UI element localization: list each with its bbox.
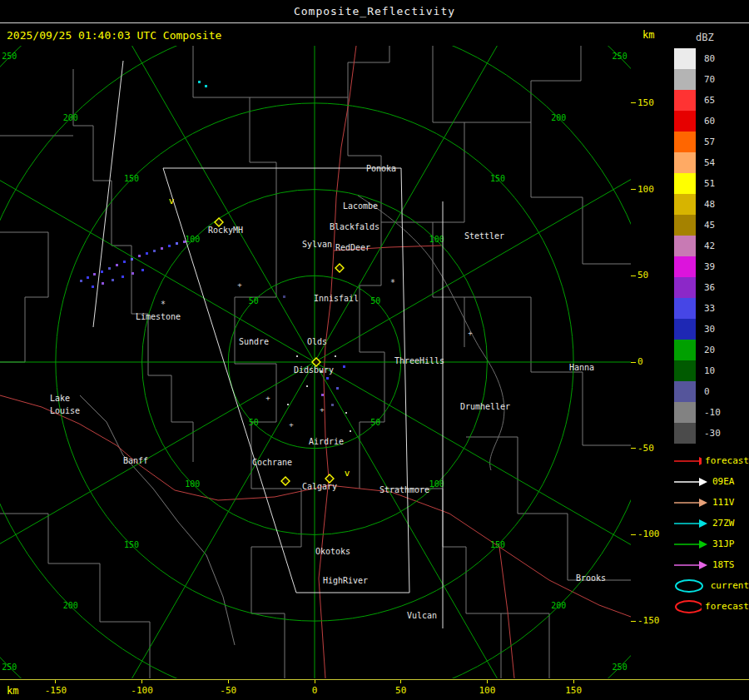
colorbar-entry: 0 <box>667 381 749 402</box>
colorbar-swatch <box>674 340 696 360</box>
range-label: 250 <box>2 52 17 61</box>
right-axis-tick <box>631 534 636 535</box>
radar-echo <box>112 279 114 281</box>
colorbar-entry: 33 <box>667 298 749 319</box>
city-label: Olds <box>307 337 327 346</box>
colorbar-entry: 36 <box>667 277 749 298</box>
scan-sector-edge <box>93 61 123 327</box>
colorbar-entry: 10 <box>667 360 749 381</box>
range-label: 250 <box>2 663 17 672</box>
window-title: Composite_Reflectivity <box>294 5 455 17</box>
colorbar-entry: 54 <box>667 152 749 173</box>
city-label: RedDeer <box>335 243 370 252</box>
colorbar-swatch <box>674 277 696 298</box>
colorbar-value: 20 <box>704 340 715 360</box>
timestamp-label: 2025/09/25 01:40:03 UTC Composite <box>7 29 221 42</box>
radar-echo <box>183 241 186 243</box>
colorbar-swatch <box>674 152 696 173</box>
colorbar-scale: 807065605754514845423936333020100-10-30 <box>667 48 749 444</box>
colorbar-value: 57 <box>704 132 715 152</box>
colorbar-swatch <box>674 215 696 236</box>
city-label: Vulcan <box>407 611 437 620</box>
colorbar-swatch <box>674 90 696 111</box>
colorbar-swatch <box>674 69 696 90</box>
right-axis-tick-label: -50 <box>637 443 654 454</box>
radar-echo <box>198 81 201 83</box>
bottom-axis-tick <box>141 680 142 683</box>
city-label: Brooks <box>576 573 606 583</box>
right-axis: 150100500-50-100-150 <box>631 46 667 678</box>
plus-marker-icon: + <box>289 420 294 429</box>
radar-echo <box>336 387 339 390</box>
reflectivity-echoes <box>80 81 351 432</box>
right-axis-tick-label: 100 <box>637 184 654 195</box>
range-label: 100 <box>185 235 200 244</box>
radar-echo <box>205 85 207 87</box>
radar-echo <box>176 242 178 245</box>
radar-echo <box>161 247 163 250</box>
range-label: 150 <box>124 174 139 183</box>
legend-arrow-icon <box>671 558 709 573</box>
radar-map[interactable]: 5010015020025050100150200250501001502002… <box>0 46 631 678</box>
city-label: RockyMH <box>208 226 243 235</box>
ellipse-outline <box>676 601 702 613</box>
legend-item: 09EA <box>671 471 749 492</box>
bottom-axis-tick <box>487 680 488 683</box>
right-axis-tick <box>631 448 636 449</box>
legend-arrow-icon <box>671 516 709 531</box>
colorbar-entry: 45 <box>667 215 749 236</box>
city-label: Banff <box>123 456 148 465</box>
colorbar-swatch <box>674 173 696 194</box>
map-dot <box>335 355 336 357</box>
colorbar-swatch <box>674 360 696 381</box>
boundary-line <box>235 222 276 489</box>
legend-label: forecast <box>705 601 749 612</box>
right-axis-tick <box>631 276 636 276</box>
asterisk-marker-icon: * <box>390 278 395 287</box>
colorbar-entry: 65 <box>667 90 749 111</box>
colorbar-value: 10 <box>704 360 715 381</box>
colorbar-entry: 80 <box>667 48 749 69</box>
bottom-axis-tick-label: -150 <box>39 685 72 696</box>
right-axis-tick-label: 50 <box>637 270 648 280</box>
wind-arrow-icon: v <box>169 196 175 206</box>
range-label: 100 <box>429 479 444 489</box>
range-label: 200 <box>63 601 78 610</box>
city-label: Airdrie <box>309 437 344 446</box>
city-label: Stettler <box>464 231 504 241</box>
map-dot <box>306 385 308 387</box>
bottom-axis-tick-label: 150 <box>557 685 590 696</box>
colorbar-entry: 39 <box>667 256 749 277</box>
plus-marker-icon: + <box>265 394 270 402</box>
radar-echo <box>122 276 124 278</box>
colorbar-entry: 30 <box>667 319 749 340</box>
city-label: Didsbury <box>294 365 334 375</box>
colorbar-entry: 20 <box>667 340 749 360</box>
colorbar-value: 60 <box>704 111 715 132</box>
right-axis-tick-label: 0 <box>637 356 643 367</box>
legend-label: 18TS <box>712 559 735 570</box>
boundary-line <box>501 613 549 678</box>
bottom-axis: km -150-100-50050100150 <box>0 679 749 700</box>
bottom-axis-tick <box>228 680 229 683</box>
legend-ellipse-icon <box>671 578 707 593</box>
colorbar-entry: 42 <box>667 236 749 256</box>
bottom-axis-unit-label: km <box>7 685 18 697</box>
symbol-legend: forecast09EA111V27ZW31JP18TScurrentforec… <box>667 450 749 617</box>
city-label: Innisfail <box>314 294 359 303</box>
legend-ellipse-icon <box>671 599 702 614</box>
colorbar-swatch <box>674 402 696 423</box>
map-dot <box>287 404 289 405</box>
bottom-axis-tick-label: 100 <box>470 685 503 696</box>
bottom-axis-tick-label: 0 <box>298 685 331 696</box>
colorbar-swatch <box>674 132 696 152</box>
radar-canvas[interactable]: 5010015020025050100150200250501001502002… <box>0 46 631 678</box>
city-label: Cochrane <box>252 458 292 467</box>
boundary-line <box>73 69 193 462</box>
colorbar-entry: 48 <box>667 194 749 215</box>
legend-arrow-icon <box>671 495 709 510</box>
radar-echo <box>87 276 89 279</box>
colorbar-entry: 60 <box>667 111 749 132</box>
colorbar-value: 80 <box>704 48 715 69</box>
legend-label: 27ZW <box>712 518 735 529</box>
